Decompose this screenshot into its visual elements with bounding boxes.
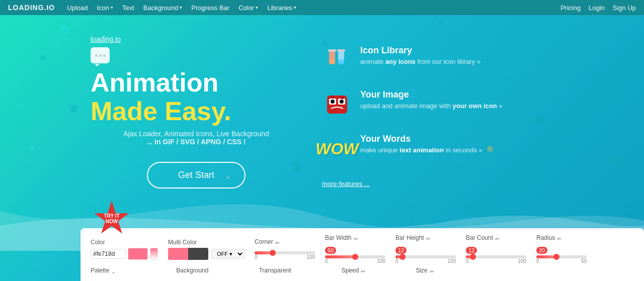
nav-item-text[interactable]: Text bbox=[122, 4, 134, 12]
deco-dot bbox=[70, 106, 77, 113]
panel-row1: Color Multi Color OFF ▾ ON bbox=[91, 234, 634, 264]
bar-height-slider-track bbox=[395, 255, 456, 258]
bar-height-value: 12 bbox=[395, 247, 407, 254]
multi-swatch-1 bbox=[168, 248, 188, 260]
your-words-icon: WOW bbox=[322, 134, 352, 164]
speed-edit-icon[interactable]: ✏ bbox=[361, 268, 365, 275]
icon-library-icon bbox=[322, 45, 352, 75]
hero-subtitle: Ajax Loader, Animated Icons, Live Backgr… bbox=[91, 130, 302, 146]
nav-item-upload[interactable]: Upload bbox=[67, 4, 88, 12]
svg-rect-1 bbox=[329, 59, 335, 64]
multi-color-dropdown[interactable]: OFF ▾ ON bbox=[211, 249, 245, 259]
radius-label-row: Radius ✏ bbox=[536, 234, 587, 243]
speed-label-row: Speed ✏ bbox=[342, 267, 366, 276]
deco-dot bbox=[60, 25, 69, 34]
bar-height-slider-wrap: 12 0 100 bbox=[395, 243, 456, 264]
bar-width-slider-wrap: 50 0 100 bbox=[325, 243, 385, 264]
radius-edit-icon[interactable]: ✏ bbox=[557, 236, 561, 242]
nav-signup[interactable]: Sign Up bbox=[613, 4, 636, 12]
color-field: Color bbox=[91, 239, 158, 260]
palette-label-row: Palette ⌄ bbox=[91, 267, 116, 276]
bar-height-label-row: Bar Height ✏ bbox=[395, 234, 456, 243]
color-swatch[interactable] bbox=[128, 248, 148, 260]
radius-slider-track bbox=[536, 255, 587, 258]
chevron-down-icon: ▾ bbox=[256, 5, 258, 10]
svg-rect-5 bbox=[337, 49, 345, 52]
bar-width-edit-icon[interactable]: ✏ bbox=[354, 236, 358, 242]
hero-left-content: loading.io Animation Made Easy. Ajax Loa… bbox=[91, 35, 302, 189]
bar-width-fill bbox=[325, 255, 355, 258]
size-edit-icon[interactable]: ✏ bbox=[430, 268, 434, 275]
deco-dot bbox=[613, 156, 624, 167]
corner-slider-track bbox=[255, 251, 315, 254]
deco-dot bbox=[438, 20, 443, 25]
radius-thumb[interactable] bbox=[553, 254, 559, 260]
hero-site-link[interactable]: loading.io bbox=[91, 35, 302, 43]
svg-rect-4 bbox=[328, 49, 336, 52]
bar-width-label: Bar Width bbox=[325, 234, 352, 241]
nav-right: Pricing Login Sign Up bbox=[560, 4, 636, 12]
color-input-row bbox=[91, 248, 158, 260]
nav-item-background[interactable]: Background ▾ bbox=[143, 4, 182, 12]
bar-count-field: Bar Count ✏ 12 0 100 bbox=[466, 234, 526, 264]
speed-label: Speed bbox=[342, 267, 359, 274]
chat-dot bbox=[103, 54, 106, 57]
chevron-down-icon: ▾ bbox=[111, 5, 113, 10]
bar-width-field: Bar Width ✏ 50 0 100 bbox=[325, 234, 385, 264]
bar-count-slider-wrap: 12 0 100 bbox=[466, 243, 526, 264]
more-features-link[interactable]: more features ... bbox=[322, 180, 370, 188]
corner-field: Corner ✏ 0 100 bbox=[255, 238, 315, 260]
wow-text: WOW bbox=[315, 140, 358, 158]
transparent-field: Transparent bbox=[259, 267, 291, 276]
get-start-button[interactable]: Get Start bbox=[147, 162, 246, 189]
radius-slider-wrap: 20 0 50 bbox=[536, 243, 587, 264]
bar-width-slider-track bbox=[325, 255, 385, 258]
feature-your-image: Your Image upload and animate image with… bbox=[322, 89, 574, 120]
corner-label: Corner bbox=[255, 238, 273, 245]
nav-item-icon[interactable]: Icon ▾ bbox=[97, 4, 113, 12]
nav-links: Upload Icon ▾ Text Background ▾ Progress… bbox=[67, 4, 560, 12]
svg-rect-3 bbox=[338, 59, 344, 64]
nav-item-progress-bar[interactable]: Progress Bar bbox=[191, 4, 229, 12]
panel-row2: Palette ⌄ Background Transparent Speed bbox=[91, 267, 634, 276]
multi-color-label: Multi Color bbox=[168, 239, 245, 246]
chat-icon bbox=[91, 47, 110, 63]
nav-item-color[interactable]: Color ▾ bbox=[238, 4, 258, 12]
nav-pricing[interactable]: Pricing bbox=[560, 4, 581, 12]
radius-label: Radius bbox=[536, 234, 555, 241]
chevron-down-icon: ▾ bbox=[180, 5, 182, 10]
chevron-down-icon: ▾ bbox=[294, 5, 296, 10]
bar-height-label: Bar Height bbox=[395, 234, 424, 241]
bar-height-field: Bar Height ✏ 12 0 100 bbox=[395, 234, 456, 264]
feature-your-image-text: Your Image upload and animate image with… bbox=[360, 89, 503, 110]
hero-title: Animation Made Easy. bbox=[91, 68, 302, 126]
nav-login[interactable]: Login bbox=[589, 4, 605, 12]
speed-field: Speed ✏ bbox=[342, 267, 366, 276]
corner-slider-labels: 0 100 bbox=[255, 254, 315, 260]
color-text-input[interactable] bbox=[91, 249, 126, 259]
corner-label-row: Corner ✏ bbox=[255, 238, 315, 247]
nav-logo[interactable]: LOADING.IO bbox=[8, 4, 55, 12]
svg-point-9 bbox=[331, 100, 335, 104]
palette-field: Palette ⌄ bbox=[91, 267, 116, 276]
bar-count-edit-icon[interactable]: ✏ bbox=[495, 236, 500, 242]
bar-count-value: 12 bbox=[466, 247, 477, 254]
bar-count-thumb[interactable] bbox=[470, 254, 476, 260]
deco-dot bbox=[40, 55, 45, 60]
bar-height-thumb[interactable] bbox=[399, 254, 406, 260]
bar-width-thumb[interactable] bbox=[352, 254, 358, 260]
palette-expand-icon[interactable]: ⌄ bbox=[111, 268, 116, 275]
bar-width-value: 50 bbox=[325, 247, 336, 254]
chat-dot bbox=[99, 54, 102, 57]
bar-width-label-row: Bar Width ✏ bbox=[325, 234, 385, 243]
nav-item-libraries[interactable]: Libraries ▾ bbox=[267, 4, 296, 12]
bar-height-edit-icon[interactable]: ✏ bbox=[426, 236, 431, 242]
alpha-bar[interactable] bbox=[150, 248, 158, 260]
palette-label: Palette bbox=[91, 267, 109, 274]
corner-slider-thumb[interactable] bbox=[270, 250, 276, 256]
svg-point-10 bbox=[340, 100, 344, 104]
deco-dot bbox=[30, 146, 34, 150]
multi-swatch-2 bbox=[188, 248, 208, 260]
corner-edit-icon[interactable]: ✏ bbox=[275, 240, 280, 246]
radius-field: Radius ✏ 20 0 50 bbox=[536, 234, 587, 264]
